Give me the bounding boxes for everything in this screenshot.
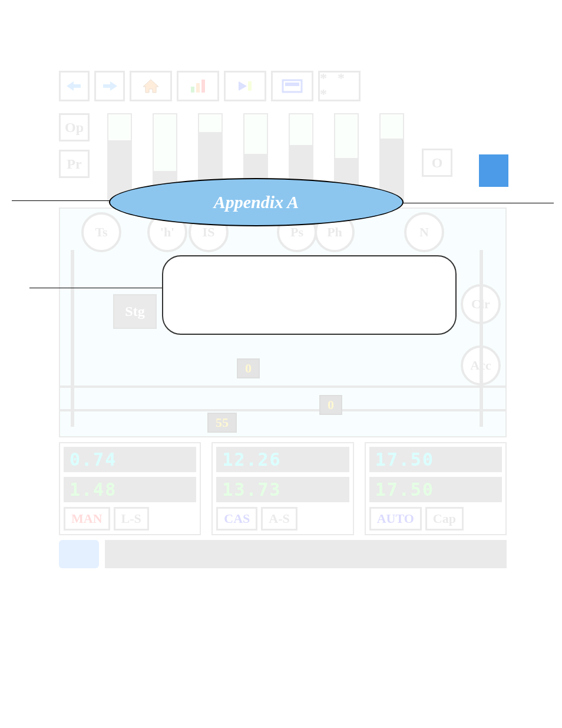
callout-line-top-left — [12, 200, 112, 201]
message-text — [105, 540, 507, 568]
message-icon — [59, 540, 99, 568]
highlight-blue-box — [479, 154, 508, 187]
mode-ls-button[interactable]: L-S — [114, 507, 149, 531]
diagram-value-3: 55 — [207, 413, 237, 433]
nav-display-button[interactable] — [271, 71, 313, 101]
stg-box: Stg — [113, 294, 157, 329]
readout-col-1: 0.74 1.48 MAN L-S — [59, 442, 201, 535]
ts-label: Ts — [81, 212, 121, 252]
mode-as-button[interactable]: A-S — [261, 507, 297, 531]
nav-play-button[interactable] — [224, 71, 266, 101]
readout-3-top: 17.50 — [369, 447, 502, 472]
diagram-value-2: 0 — [319, 395, 342, 415]
op-button[interactable]: Op — [59, 113, 90, 141]
nav-home-button[interactable] — [130, 71, 172, 101]
readout-2-top: 12.26 — [216, 447, 349, 472]
message-bar — [59, 540, 507, 568]
nav-menu-button[interactable]: * * * — [318, 71, 361, 101]
mode-man-button[interactable]: MAN — [64, 507, 110, 531]
svg-rect-1 — [196, 83, 200, 93]
nav-row: * * * — [59, 71, 507, 101]
readout-col-2: 12.26 13.73 CAS A-S — [211, 442, 353, 535]
readout-2-bottom: 13.73 — [216, 477, 349, 502]
mode-cap-button[interactable]: Cap — [425, 507, 464, 531]
svg-rect-0 — [191, 87, 194, 93]
gauge-1 — [107, 113, 132, 203]
readout-3-bottom: 17.50 — [369, 477, 502, 502]
svg-rect-2 — [201, 80, 205, 93]
mode-cas-button[interactable]: CAS — [216, 507, 257, 531]
readout-1-bottom: 1.48 — [64, 477, 196, 502]
appendix-a-heading: Appendix A — [109, 178, 404, 226]
callout-box-blank — [162, 255, 457, 335]
readout-1-top: 0.74 — [64, 447, 196, 472]
n-label: N — [404, 212, 444, 252]
nav-back-button[interactable] — [59, 71, 90, 101]
nav-chart-button[interactable] — [177, 71, 219, 101]
diagram-value-1: 0 — [237, 358, 260, 378]
svg-rect-5 — [285, 83, 299, 86]
readout-col-3: 17.50 17.50 AUTO Cap — [365, 442, 507, 535]
pr-button[interactable]: Pr — [59, 150, 90, 178]
svg-rect-3 — [248, 81, 252, 91]
mode-auto-button[interactable]: AUTO — [369, 507, 422, 531]
callout-line-top-right — [401, 203, 554, 203]
callout-line-middle — [29, 288, 165, 288]
readout-panels: 0.74 1.48 MAN L-S 12.26 13.73 CAS A-S 17… — [59, 442, 507, 535]
of-button[interactable]: O — [422, 149, 452, 177]
nav-forward-button[interactable] — [94, 71, 125, 101]
